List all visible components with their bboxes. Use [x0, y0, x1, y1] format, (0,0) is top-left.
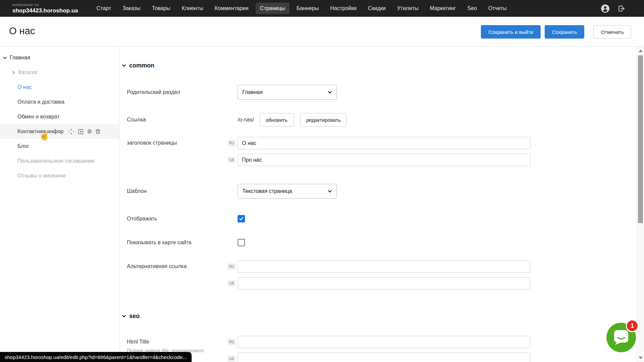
main-menu: Старт Заказы Товары Клиенты Комментарии … [93, 3, 511, 14]
checkmark-icon [239, 216, 244, 221]
sidebar-item-about[interactable]: О нас [0, 80, 119, 95]
statusbar-url: shop34423.horoshop.ua/edit/edit.php?id=6… [5, 354, 187, 360]
logout-icon[interactable] [617, 4, 626, 13]
chevron-down-icon [122, 63, 126, 68]
sidebar-item-blog[interactable]: Блог [0, 139, 119, 154]
nav-marketing[interactable]: Маркетинг [426, 3, 460, 14]
display-label: Отображать [127, 216, 228, 222]
alt-link-row: Альтернативная ссылка RU UA [127, 260, 530, 290]
page-header: О нас Сохранить и выйти Сохранить Отмени… [0, 17, 644, 47]
sidebar-item-label: Отзывы о магазине [17, 173, 66, 179]
sidebar-item-label: Оплата и доставка [17, 99, 64, 105]
alt-link-input-ru[interactable] [238, 260, 530, 273]
section-seo-toggle[interactable]: seo [122, 313, 140, 320]
nav-utilities[interactable]: Утилиты [393, 3, 423, 14]
sidebar-item-label: Блог [17, 143, 29, 149]
brand-domain: shop34423.horoshop.ua [12, 8, 78, 13]
scroll-up-arrow[interactable] [639, 50, 643, 52]
nav-clients[interactable]: Клиенты [178, 3, 207, 14]
page-title-input-ru[interactable] [238, 137, 530, 149]
sidebar-item-catalog[interactable]: Каталог [0, 65, 119, 80]
settings-icon[interactable]: ⚙ [87, 129, 92, 135]
page-title-row: заголовок страницы RU UA [127, 137, 530, 166]
html-title-ua-pair: UA [228, 353, 530, 362]
lang-badge-ua: UA [228, 280, 236, 287]
topbar-actions [601, 4, 626, 13]
lang-badge-ru: RU [228, 339, 236, 345]
nav-seo[interactable]: Seo [463, 3, 481, 14]
nav-banners[interactable]: Баннеры [293, 3, 323, 14]
chevron-down-icon [3, 56, 7, 60]
nav-orders[interactable]: Заказы [118, 3, 144, 14]
link-value: /o-nas/ [238, 117, 254, 123]
cancel-button[interactable]: Отменить [593, 25, 631, 39]
template-select[interactable]: Текстовая страница [238, 184, 337, 199]
link-refresh-button[interactable]: обновить [260, 113, 294, 126]
save-and-exit-button[interactable]: Сохранить и выйти [481, 25, 541, 39]
nav-settings[interactable]: Настройки [326, 3, 360, 14]
chat-widget-button[interactable]: 1 [606, 323, 636, 352]
html-title-input-ua[interactable] [238, 353, 530, 362]
nav-reports[interactable]: Отчеты [484, 3, 511, 14]
link-label: Ссылка [127, 117, 228, 123]
brand-logo[interactable]: HOROSHOP V4 shop34423.horoshop.ua [12, 4, 78, 13]
sidebar-item-contact-info[interactable]: Контактная инфор ⚙ [0, 124, 119, 139]
nav-discounts[interactable]: Скидки [364, 3, 390, 14]
template-label: Шаблон [127, 188, 228, 194]
sidebar-item-home[interactable]: Главная [0, 50, 119, 65]
page-edit-form: common Родительский раздел Главная Ссылк… [119, 47, 636, 362]
alt-link-fields: RU UA [228, 260, 530, 290]
chevron-down-icon [328, 90, 332, 95]
nav-comments[interactable]: Комментарии [211, 3, 253, 14]
parent-section-select[interactable]: Главная [238, 85, 337, 100]
sitemap-checkbox[interactable] [238, 239, 245, 246]
display-checkbox[interactable] [238, 215, 245, 222]
sitemap-label: Показывать в карте сайта [127, 240, 228, 246]
parent-section-row: Родительский раздел Главная [127, 85, 337, 100]
lang-badge-ua: UA [228, 356, 236, 362]
section-common-toggle[interactable]: common [122, 62, 154, 69]
alt-link-input-ua[interactable] [238, 277, 530, 290]
sidebar-item-label: Обмен и возврат [17, 114, 59, 120]
nav-products[interactable]: Товары [148, 3, 175, 14]
chat-unread-badge: 1 [626, 319, 639, 332]
html-title-fields: RU UA [228, 336, 530, 362]
alt-link-ru-pair: RU [228, 260, 530, 273]
sidebar-item-label: Каталог [18, 69, 38, 75]
page-title-label: заголовок страницы [127, 137, 228, 146]
sidebar-item-user-agreement[interactable]: Пользовательское соглашение [0, 154, 119, 168]
sidebar-item-store-reviews[interactable]: Отзывы о магазине [0, 168, 119, 183]
sidebar-item-exchange-return[interactable]: Обмен и возврат [0, 109, 119, 124]
html-title-input-ru[interactable] [238, 336, 530, 348]
parent-section-value: Главная [242, 89, 263, 95]
parent-section-label: Родительский раздел [127, 89, 228, 95]
sidebar-item-payment-delivery[interactable]: Оплата и доставка [0, 95, 119, 109]
sidebar-item-label: О нас [17, 84, 32, 90]
chevron-down-icon [328, 189, 332, 194]
delete-icon[interactable] [95, 128, 101, 135]
page-title-input-ua[interactable] [238, 154, 530, 166]
scrollbar-thumb[interactable] [638, 55, 643, 223]
pages-tree-sidebar: Главная Каталог О нас Оплата и доставка … [0, 47, 119, 362]
display-row: Отображать [127, 215, 245, 223]
link-value-group: /o-nas/ обновить редактировать [238, 113, 347, 126]
add-icon[interactable] [78, 128, 84, 135]
sidebar-item-label: Пользовательское соглашение [17, 158, 95, 164]
tree-item-tools: ⚙ [68, 128, 101, 135]
lang-badge-ua: UA [228, 157, 236, 163]
top-navigation-bar: HOROSHOP V4 shop34423.horoshop.ua Старт … [0, 0, 644, 17]
save-button[interactable]: Сохранить [545, 25, 585, 39]
link-edit-button[interactable]: редактировать [300, 113, 347, 126]
nav-pages[interactable]: Страницы [256, 3, 289, 14]
nav-start[interactable]: Старт [93, 3, 115, 14]
sitemap-row: Показывать в карте сайта [127, 239, 245, 247]
section-seo-title: seo [129, 313, 140, 320]
html-title-label-stack: Html Title Полная замена title, генериру… [127, 336, 228, 353]
scroll-down-arrow[interactable] [639, 357, 643, 359]
header-buttons: Сохранить и выйти Сохранить Отменить [481, 25, 631, 39]
move-icon[interactable] [68, 128, 75, 135]
user-circle-icon[interactable] [601, 4, 610, 13]
template-value: Текстовая страница [242, 188, 292, 194]
sidebar-item-label: Главная [10, 55, 30, 61]
page-title-ua-pair: UA [228, 154, 530, 166]
